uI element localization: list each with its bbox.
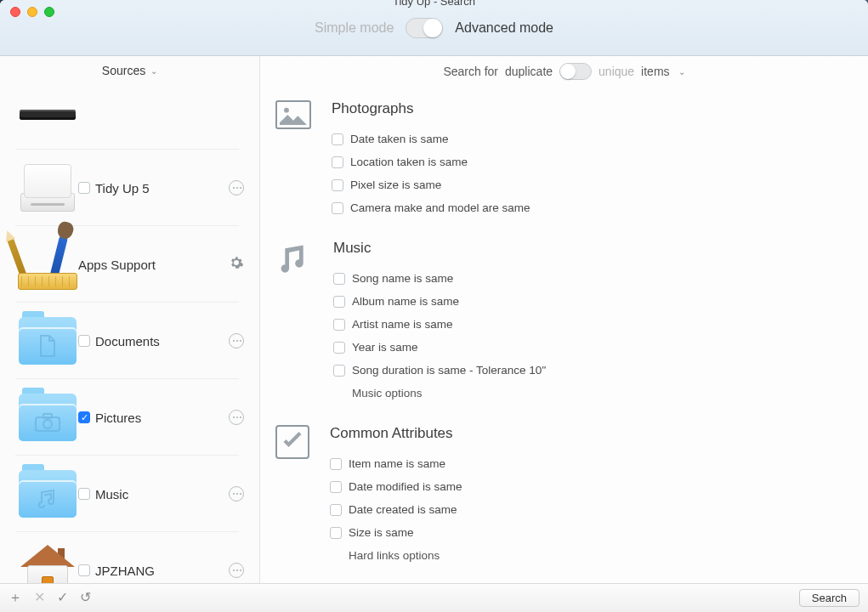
source-checkbox[interactable] [78,335,90,347]
criteria-checkbox[interactable] [333,365,345,377]
duplicate-unique-switch[interactable] [559,63,592,80]
criteria-option[interactable]: Item name is same [330,452,841,475]
search-for-label: Search for [443,65,498,78]
home-folder-icon [20,545,75,583]
unique-label[interactable]: unique [599,65,634,78]
criteria-checkbox[interactable] [332,156,343,168]
source-tidy-up-5[interactable]: Tidy Up 5 [0,150,259,226]
criteria-label: Date created is same [349,503,457,516]
source-options-button[interactable] [229,486,249,502]
titlebar: Tidy Up - Search Simple mode Advanced mo… [0,0,868,56]
sources-header[interactable]: Sources ⌄ [0,56,259,85]
advanced-mode-label[interactable]: Advanced mode [455,20,553,36]
criteria-option[interactable]: Pixel size is same [332,173,841,196]
section-photographs: Photographs Date taken is same Location … [275,100,841,219]
criteria-checkbox[interactable] [330,504,342,516]
window-title: Tidy Up - Search [393,0,475,8]
criteria-checkbox[interactable] [333,273,345,285]
criteria-option[interactable]: Camera make and model are same [332,196,841,219]
add-button[interactable]: ＋ [9,589,22,607]
ellipsis-icon [229,563,244,578]
criteria-option[interactable]: Location taken is same [332,150,841,173]
undo-button[interactable]: ↺ [80,589,91,607]
ellipsis-icon [229,333,244,348]
source-options-button[interactable] [229,180,249,196]
criteria-option[interactable]: Song duration is same - Tolerance 10" [333,359,841,382]
source-documents[interactable]: Documents [0,303,259,379]
mode-switch[interactable] [406,18,443,38]
hard-drive-icon [20,161,75,215]
source-label: Apps Support [78,258,156,272]
criteria-label: Location taken is same [350,156,468,168]
footer-bar: ＋ ✕ ✓ ↺ Search [0,583,868,612]
criteria-option[interactable]: Date taken is same [332,128,841,150]
search-button[interactable]: Search [799,589,859,607]
folder-music-icon [19,470,77,518]
criteria-label: Date modified is same [349,480,462,493]
criteria-checkbox[interactable] [333,296,345,308]
main-panel: Search for duplicate unique items ⌄ Phot… [260,56,868,583]
criteria-checkbox[interactable] [330,527,342,539]
criteria-checkbox[interactable] [332,202,343,214]
sources-label: Sources [102,64,145,77]
remove-button[interactable]: ✕ [34,589,45,607]
music-options-link[interactable]: Music options [333,382,841,405]
items-label: items [641,65,669,78]
drive-tray-icon [20,110,76,120]
criteria-label: Album name is same [352,295,459,308]
source-label: Pictures [95,411,141,425]
section-title: Music [333,240,841,257]
criteria-checkbox[interactable] [333,319,345,331]
ellipsis-icon [229,410,244,425]
folder-pictures-icon [19,394,77,441]
criteria-option[interactable]: Year is same [333,336,841,359]
zoom-window-button[interactable] [44,7,54,17]
folder-documents-icon [19,317,77,365]
source-options-button[interactable] [229,563,249,578]
criteria-option[interactable]: Song name is same [333,267,841,290]
duplicate-label[interactable]: duplicate [505,65,553,78]
apps-support-icon [18,234,77,295]
source-options-button[interactable] [229,410,249,425]
criteria-option[interactable]: Artist name is same [333,313,841,336]
source-pictures[interactable]: Pictures [0,379,259,456]
criteria-option[interactable]: Date modified is same [330,475,841,498]
source-music[interactable]: Music [0,456,259,532]
criteria-checkbox[interactable] [332,179,343,191]
criteria-option[interactable]: Date created is same [330,498,841,521]
criteria-option[interactable]: Size is same [330,521,841,544]
section-music: Music Song name is same Album name is sa… [275,240,841,405]
common-attributes-icon [275,425,309,459]
simple-mode-label[interactable]: Simple mode [315,20,394,36]
svg-point-2 [43,420,52,428]
criteria-label: Song duration is same - Tolerance 10" [352,364,546,377]
criteria-label: Item name is same [349,457,445,470]
source-checkbox[interactable] [78,488,90,500]
criteria-checkbox[interactable] [330,458,342,470]
hard-links-options-link[interactable]: Hard links options [330,544,841,567]
criteria-scroll[interactable]: Photographs Date taken is same Location … [260,87,868,583]
sources-list[interactable]: Tidy Up 5 Apps Support [0,85,259,583]
source-jpzhang[interactable]: JPZHANG [0,532,259,583]
list-item[interactable] [0,85,259,150]
chevron-down-icon[interactable]: ⌄ [678,67,685,76]
confirm-button[interactable]: ✓ [57,589,68,607]
source-settings-button[interactable] [229,255,249,274]
source-options-button[interactable] [229,333,249,348]
criteria-label: Year is same [352,341,418,354]
close-window-button[interactable] [10,7,20,17]
criteria-option[interactable]: Album name is same [333,290,841,313]
criteria-checkbox[interactable] [332,133,343,145]
source-apps-support[interactable]: Apps Support [0,226,259,303]
photographs-icon [275,100,311,129]
source-checkbox[interactable] [78,411,90,423]
criteria-checkbox[interactable] [330,481,342,493]
chevron-down-icon: ⌄ [150,66,157,76]
criteria-checkbox[interactable] [333,342,345,354]
minimize-window-button[interactable] [27,7,37,17]
criteria-label: Pixel size is same [350,178,441,191]
source-checkbox[interactable] [78,564,90,576]
source-checkbox[interactable] [78,182,90,194]
section-title: Common Attributes [330,425,841,442]
mode-toggle-row: Simple mode Advanced mode [315,18,553,38]
